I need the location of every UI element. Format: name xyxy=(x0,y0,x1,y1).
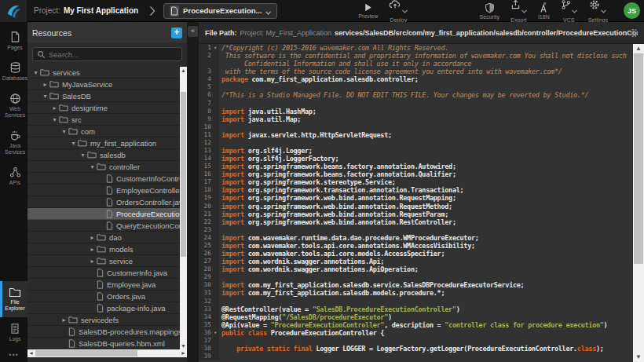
sidebar-item-pages[interactable]: Pages xyxy=(0,25,27,56)
tree-horizontal-scroll-thumb[interactable] xyxy=(35,350,137,357)
tree-vertical-scrollbar[interactable]: ▲ ▼ xyxy=(180,67,187,349)
tree-item-orders-java[interactable]: Orders.java xyxy=(27,291,180,302)
tree-expand-arrow[interactable]: ▸ xyxy=(88,234,97,241)
tree-item-designtime[interactable]: ▸designtime xyxy=(27,102,180,114)
line-number: 12 xyxy=(199,139,211,147)
line-number-gutter: 31 xyxy=(199,289,219,297)
file-path-project: Project: My_First_Application xyxy=(240,29,332,37)
tree-vertical-scroll-thumb[interactable] xyxy=(181,92,186,257)
tree-expand-arrow[interactable]: ▸ xyxy=(88,258,97,265)
tree-item-salesdb-procedures-mappings-json[interactable]: SalesDB-procedures.mappings.json xyxy=(27,326,180,338)
line-number: 31 xyxy=(199,289,211,297)
tree-expand-arrow[interactable]: ▸ xyxy=(50,104,59,112)
tree-item-label: controller xyxy=(109,163,140,171)
fold-spacer xyxy=(211,194,219,202)
tree-expand-arrow[interactable]: ▾ xyxy=(41,93,49,100)
tree-item-salesdb[interactable]: ▾salesdb xyxy=(27,149,180,161)
code-line-text: import java.util.Map; xyxy=(219,115,301,123)
tree-item-myjavaservice[interactable]: ▸MyJavaService xyxy=(27,79,180,90)
fold-arrow-icon[interactable]: ▾ xyxy=(211,44,219,52)
sidebar-item-databases[interactable]: Databases xyxy=(0,56,27,86)
sidebar-item-apis[interactable]: APIs xyxy=(0,161,27,191)
tree-item-label: salesdb xyxy=(100,151,126,159)
fold-spacer xyxy=(211,60,219,68)
tree-item-controller[interactable]: ▾controller xyxy=(27,161,180,173)
line-number-gutter xyxy=(199,60,219,68)
i18n-button[interactable]: I18N xyxy=(538,0,550,23)
tree-expand-arrow[interactable]: ▾ xyxy=(50,116,59,123)
code-line-row: 29 xyxy=(199,273,633,281)
tree-item-queryexecutioncontroller-java[interactable]: QueryExecutionController.java xyxy=(27,220,180,232)
code-line-text: import com.my_first_application.salesdb.… xyxy=(219,281,524,289)
tree-item-procedureexecutioncontroller-java[interactable]: ProcedureExecutionController.java xyxy=(27,208,180,220)
line-number xyxy=(199,60,211,68)
tree-item-customerinfo-java[interactable]: CustomerInfo.java xyxy=(27,267,180,279)
line-number: 25 xyxy=(199,242,211,250)
editor-vertical-scrollbar[interactable]: ▲ ▼ xyxy=(633,44,644,362)
sidebar-overflow-button[interactable]: ••• xyxy=(0,347,27,362)
tree-item-com[interactable]: ▾com xyxy=(27,126,180,137)
export-button[interactable]: Export xyxy=(510,0,527,23)
preview-button[interactable]: Preview xyxy=(358,0,378,23)
security-button[interactable]: Security xyxy=(480,0,499,23)
wavemaker-logo[interactable] xyxy=(0,0,27,22)
tree-expand-arrow[interactable]: ▾ xyxy=(69,140,78,147)
tree-expand-arrow[interactable]: ▾ xyxy=(88,163,97,170)
tree-item-service[interactable]: ▸service xyxy=(27,255,180,267)
tree-item-employee-java[interactable]: Employee.java xyxy=(27,279,180,291)
tree-item-label: Employee.java xyxy=(107,280,156,289)
code-line-row: 11import javax.servlet.http.HttpServletR… xyxy=(199,131,633,139)
tree-item-src[interactable]: ▾src xyxy=(27,114,180,126)
search-input[interactable] xyxy=(49,50,177,59)
tree-expand-arrow[interactable]: ▸ xyxy=(60,316,68,324)
tree-item-employeecontroller-java[interactable]: EmployeeController.java xyxy=(27,185,180,196)
tree-item-orderscontroller-java[interactable]: OrdersController.java xyxy=(27,196,180,208)
deploy-button[interactable]: Deploy xyxy=(389,0,408,23)
code-line-row: 4package com.my_first_application.salesd… xyxy=(199,75,633,83)
sidebar-item-logs[interactable]: Logs xyxy=(0,317,27,347)
folder-icon xyxy=(97,245,106,253)
code-line-text xyxy=(219,139,221,147)
settings-button[interactable]: Settings xyxy=(588,0,608,23)
code-area[interactable]: 1▾/*Copyright (c) 2015-2016 wavemaker.co… xyxy=(199,44,633,362)
editor-settings-gear-icon[interactable] xyxy=(628,27,639,42)
tree-item-dao[interactable]: ▸dao xyxy=(27,232,180,243)
caret-down-icon xyxy=(521,2,527,16)
tree-item-my-first-application[interactable]: ▾my_first_application xyxy=(27,137,180,149)
tree-expand-arrow[interactable]: ▾ xyxy=(79,152,87,159)
code-line-text: import org.springframework.beans.factory… xyxy=(219,170,456,178)
sidebar-item-label: Logs xyxy=(9,336,21,342)
collapse-panel-button[interactable]: « xyxy=(188,26,198,37)
tree-expand-arrow[interactable]: ▾ xyxy=(60,128,68,135)
vcs-button[interactable]: VCS xyxy=(561,0,577,23)
add-resource-button[interactable]: + xyxy=(171,27,182,38)
code-line-text xyxy=(219,226,221,234)
fold-spacer xyxy=(211,68,219,75)
sidebar-item-file-explorer[interactable]: File Explorer xyxy=(0,281,27,317)
tree-item-package-info-java[interactable]: package-info.java xyxy=(27,302,180,314)
tree-expand-arrow[interactable]: ▸ xyxy=(41,81,49,88)
tree-horizontal-scrollbar[interactable]: ◄ ► xyxy=(27,349,187,357)
tree-item-services[interactable]: ▾services xyxy=(27,67,180,79)
tree-item-salesdb[interactable]: ▾SalesDB xyxy=(27,90,180,102)
fold-arrow-icon[interactable]: ▾ xyxy=(211,329,219,337)
sidebar-item-web-services[interactable]: Web Services xyxy=(0,87,27,124)
code-line-text: import com.wavemaker.runtime.data.dao.pr… xyxy=(219,234,479,242)
tree-item-salesdb-queries-hbm-xml[interactable]: SalesDB-queries.hbm.xml xyxy=(27,338,180,349)
tree-item-customerinfocontroller-java[interactable]: CustomerInfoController.java xyxy=(27,173,180,185)
code-line-text: import org.springframework.web.bind.anno… xyxy=(219,203,452,210)
sidebar-item-label: Web Services xyxy=(2,106,27,119)
tree-expand-arrow[interactable]: ▸ xyxy=(88,246,97,253)
tree-item-servicedefs[interactable]: ▸servicedefs xyxy=(27,314,180,326)
line-number: 16 xyxy=(199,170,211,178)
tree-expand-arrow[interactable]: ▾ xyxy=(31,69,40,76)
line-number-gutter: 34 xyxy=(199,313,219,321)
tree-item-models[interactable]: ▸models xyxy=(27,243,180,255)
user-avatar[interactable]: JS xyxy=(624,2,640,19)
folder-icon xyxy=(68,316,78,324)
line-number: 39 xyxy=(199,353,211,360)
line-number-gutter: 27 xyxy=(199,258,219,265)
open-file-dropdown[interactable]: ProcedureExecution... xyxy=(163,3,277,19)
sidebar-item-java-services[interactable]: Java Services xyxy=(0,124,27,161)
editor-vertical-scroll-thumb[interactable] xyxy=(634,53,643,264)
